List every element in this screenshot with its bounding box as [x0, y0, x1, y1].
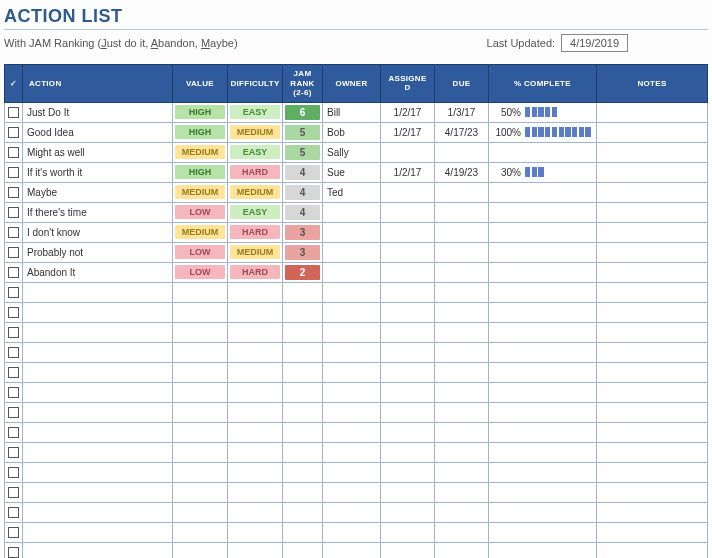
notes-cell[interactable]: [597, 102, 708, 122]
empty-cell[interactable]: [435, 382, 489, 402]
empty-cell[interactable]: [323, 542, 381, 558]
empty-cell[interactable]: [381, 542, 435, 558]
row-checkbox[interactable]: [8, 207, 19, 218]
row-checkbox[interactable]: [8, 147, 19, 158]
empty-cell[interactable]: [283, 522, 323, 542]
assigned-cell[interactable]: [381, 149, 434, 155]
empty-cell[interactable]: [489, 522, 597, 542]
row-checkbox[interactable]: [8, 187, 19, 198]
assigned-cell[interactable]: [381, 249, 434, 255]
empty-cell[interactable]: [489, 442, 597, 462]
row-checkbox[interactable]: [8, 267, 19, 278]
empty-cell[interactable]: [381, 502, 435, 522]
empty-cell[interactable]: [23, 502, 173, 522]
value-pill[interactable]: LOW: [175, 205, 225, 219]
empty-cell[interactable]: [323, 362, 381, 382]
due-cell[interactable]: 1/3/17: [435, 104, 488, 121]
empty-cell[interactable]: [173, 282, 228, 302]
col-notes[interactable]: NOTES: [597, 65, 708, 103]
empty-cell[interactable]: [381, 342, 435, 362]
empty-cell[interactable]: [23, 362, 173, 382]
value-pill[interactable]: LOW: [175, 265, 225, 279]
due-cell[interactable]: 4/17/23: [435, 124, 488, 141]
owner-cell[interactable]: [323, 249, 380, 255]
value-pill[interactable]: MEDIUM: [175, 185, 225, 199]
empty-cell[interactable]: [323, 282, 381, 302]
empty-cell[interactable]: [23, 482, 173, 502]
empty-cell[interactable]: [435, 402, 489, 422]
empty-cell[interactable]: [323, 382, 381, 402]
empty-cell[interactable]: [597, 282, 708, 302]
empty-cell[interactable]: [23, 442, 173, 462]
empty-cell[interactable]: [489, 302, 597, 322]
row-checkbox[interactable]: [8, 467, 19, 478]
assigned-cell[interactable]: 1/2/17: [381, 124, 434, 141]
empty-cell[interactable]: [283, 442, 323, 462]
empty-cell[interactable]: [597, 322, 708, 342]
empty-cell[interactable]: [435, 342, 489, 362]
empty-cell[interactable]: [435, 362, 489, 382]
row-checkbox[interactable]: [8, 307, 19, 318]
empty-cell[interactable]: [173, 522, 228, 542]
empty-cell[interactable]: [435, 522, 489, 542]
empty-cell[interactable]: [435, 502, 489, 522]
empty-cell[interactable]: [489, 502, 597, 522]
empty-cell[interactable]: [597, 342, 708, 362]
action-cell[interactable]: Just Do It: [23, 104, 172, 121]
empty-cell[interactable]: [173, 502, 228, 522]
difficulty-pill[interactable]: EASY: [230, 205, 280, 219]
empty-cell[interactable]: [323, 402, 381, 422]
due-cell[interactable]: [435, 229, 488, 235]
value-pill[interactable]: HIGH: [175, 125, 225, 139]
empty-cell[interactable]: [283, 422, 323, 442]
notes-cell[interactable]: [597, 182, 708, 202]
owner-cell[interactable]: [323, 269, 380, 275]
assigned-cell[interactable]: [381, 189, 434, 195]
percent-complete[interactable]: 30%: [489, 165, 596, 180]
action-cell[interactable]: If there's time: [23, 204, 172, 221]
empty-cell[interactable]: [381, 402, 435, 422]
value-pill[interactable]: HIGH: [175, 165, 225, 179]
empty-cell[interactable]: [173, 542, 228, 558]
empty-cell[interactable]: [489, 462, 597, 482]
empty-cell[interactable]: [228, 502, 283, 522]
action-cell[interactable]: Probably not: [23, 244, 172, 261]
empty-cell[interactable]: [381, 322, 435, 342]
empty-cell[interactable]: [283, 402, 323, 422]
row-checkbox[interactable]: [8, 527, 19, 538]
empty-cell[interactable]: [597, 542, 708, 558]
col-owner[interactable]: OWNER: [323, 65, 381, 103]
empty-cell[interactable]: [597, 462, 708, 482]
empty-cell[interactable]: [323, 522, 381, 542]
due-cell[interactable]: [435, 269, 488, 275]
empty-cell[interactable]: [381, 522, 435, 542]
value-pill[interactable]: HIGH: [175, 105, 225, 119]
empty-cell[interactable]: [283, 302, 323, 322]
empty-cell[interactable]: [597, 422, 708, 442]
action-cell[interactable]: If it's worth it: [23, 164, 172, 181]
empty-cell[interactable]: [173, 382, 228, 402]
empty-cell[interactable]: [489, 382, 597, 402]
col-rank[interactable]: JAM RANK (2-6): [283, 65, 323, 103]
empty-cell[interactable]: [435, 422, 489, 442]
empty-cell[interactable]: [435, 322, 489, 342]
row-checkbox[interactable]: [8, 507, 19, 518]
empty-cell[interactable]: [381, 362, 435, 382]
row-checkbox[interactable]: [8, 327, 19, 338]
row-checkbox[interactable]: [8, 227, 19, 238]
row-checkbox[interactable]: [8, 287, 19, 298]
empty-cell[interactable]: [173, 422, 228, 442]
owner-cell[interactable]: Bob: [323, 124, 380, 141]
empty-cell[interactable]: [173, 442, 228, 462]
due-cell[interactable]: [435, 249, 488, 255]
assigned-cell[interactable]: [381, 229, 434, 235]
empty-cell[interactable]: [597, 302, 708, 322]
empty-cell[interactable]: [23, 382, 173, 402]
action-cell[interactable]: Good Idea: [23, 124, 172, 141]
empty-cell[interactable]: [283, 382, 323, 402]
action-cell[interactable]: Maybe: [23, 184, 172, 201]
empty-cell[interactable]: [173, 402, 228, 422]
empty-cell[interactable]: [323, 342, 381, 362]
empty-cell[interactable]: [228, 402, 283, 422]
empty-cell[interactable]: [323, 322, 381, 342]
